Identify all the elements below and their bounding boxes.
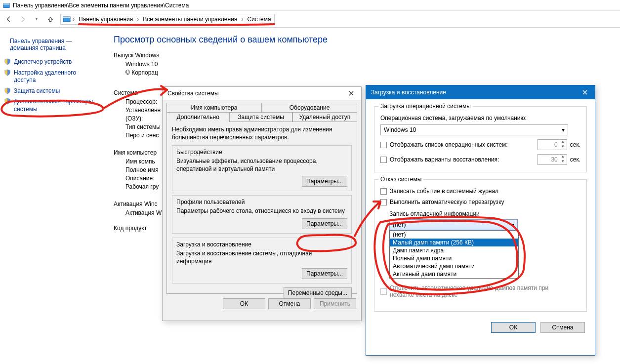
window-title-text: Панель управления\Все элементы панели уп… — [13, 2, 189, 9]
svg-rect-3 — [63, 17, 70, 18]
sidebar-item-label: Настройка удаленногодоступа — [14, 69, 76, 84]
spinner-buttons[interactable]: ▲▼ — [559, 139, 567, 150]
os-list-seconds-input[interactable] — [537, 139, 559, 150]
nav-up-button[interactable] — [44, 13, 56, 25]
cancel-button[interactable]: Отмена — [268, 298, 311, 309]
window-titlebar: Панель управления\Все элементы панели уп… — [0, 0, 620, 11]
spinner-buttons[interactable]: ▲▼ — [559, 154, 567, 165]
write-event-log-checkbox[interactable] — [380, 188, 387, 195]
combo-option-active-dump[interactable]: Активный дамп памяти — [390, 270, 518, 278]
combo-option-small-dump[interactable]: Малый дамп памяти (256 КВ) — [390, 239, 518, 246]
sidebar-system-protection[interactable]: Защита системы — [4, 87, 102, 95]
debug-info-label: Запись отладочной информации — [389, 210, 580, 217]
sidebar-item-label: Дополнительные параметрысистемы — [14, 98, 93, 113]
user-profiles-group: Профили пользователей Параметры рабочего… — [172, 195, 352, 234]
sidebar-advanced-system-settings[interactable]: Дополнительные параметрысистемы — [4, 98, 102, 113]
group-title: Быстродействие — [176, 149, 347, 156]
breadcrumb: › Панель управления › Все элементы панел… — [60, 14, 275, 25]
page-title: Просмотр основных сведений о вашем компь… — [114, 35, 610, 45]
display-os-list-label: Отображать список операционных систем: — [390, 141, 508, 148]
seconds-unit: сек. — [570, 156, 580, 163]
section-windows-edition: Выпуск Windows — [114, 52, 610, 59]
recovery-seconds-input[interactable] — [537, 154, 559, 165]
dialog-titlebar[interactable]: Загрузка и восстановление — [366, 85, 595, 99]
startup-recovery-settings-button[interactable]: Параметры... — [302, 268, 347, 279]
auto-restart-checkbox[interactable] — [380, 199, 387, 205]
tab-advanced[interactable]: Дополнительно — [166, 112, 229, 122]
write-event-log-label: Записать событие в системный журнал — [390, 188, 498, 195]
combo-option-auto-dump[interactable]: Автоматический дамп памяти — [390, 262, 518, 270]
cancel-button[interactable]: Отмена — [540, 322, 585, 333]
breadcrumb-all-items[interactable]: Все элементы панели управления — [140, 14, 240, 24]
dialog-title-text: Загрузка и восстановление — [371, 89, 446, 96]
tab-content: Необходимо иметь права администратора дл… — [166, 121, 357, 294]
system-failure-group: Отказ системы Записать событие в системн… — [374, 179, 587, 312]
sidebar-home-line1: Панель управления — — [10, 38, 72, 44]
nav-forward-button[interactable] — [17, 13, 29, 25]
nav-recent-button[interactable]: ▾ — [31, 13, 42, 25]
dialog-close-button[interactable] — [341, 87, 361, 100]
sidebar-item-label: Диспетчер устройств — [14, 58, 72, 66]
chevron-right-icon: › — [136, 16, 140, 23]
dialog-title-text: Свойства системы — [167, 90, 219, 97]
shield-icon — [4, 98, 11, 105]
shield-icon — [4, 69, 11, 76]
dialog-close-button[interactable] — [575, 86, 595, 99]
chevron-right-icon[interactable]: › — [72, 16, 76, 23]
control-panel-icon — [3, 2, 10, 9]
group-title: Профили пользователей — [176, 199, 347, 205]
sidebar: Панель управления — домашняя страница Ди… — [0, 28, 106, 117]
debug-info-combobox[interactable]: (нет) ▾ (нет) Малый дамп памяти (256 КВ)… — [389, 219, 518, 230]
chevron-down-icon: ▾ — [559, 126, 568, 133]
control-panel-home-link[interactable]: Панель управления — домашняя страница — [10, 38, 102, 51]
performance-group: Быстродействие Визуальные эффекты, испол… — [172, 145, 352, 191]
sidebar-device-manager[interactable]: Диспетчер устройств — [4, 58, 102, 66]
shield-icon — [4, 87, 11, 94]
admin-note: Необходимо иметь права администратора дл… — [172, 126, 352, 141]
combo-option-kernel-dump[interactable]: Дамп памяти ядра — [390, 246, 518, 254]
ok-button[interactable]: ОК — [491, 322, 536, 333]
debug-info-dropdown-list: (нет) Малый дамп памяти (256 КВ) Дамп па… — [389, 230, 519, 279]
display-recovery-options-checkbox[interactable] — [380, 157, 387, 163]
chevron-down-icon: ▾ — [508, 221, 517, 228]
breadcrumb-system[interactable]: Система — [244, 14, 274, 24]
user-profiles-settings-button[interactable]: Параметры... — [302, 218, 347, 229]
dialog-titlebar[interactable]: Свойства системы — [163, 87, 361, 100]
seconds-unit: сек. — [570, 141, 580, 148]
display-os-list-checkbox[interactable] — [380, 142, 387, 148]
group-text: Визуальные эффекты, использование процес… — [176, 158, 347, 173]
disable-auto-delete-dumps-checkbox[interactable] — [380, 288, 387, 295]
sidebar-remote-settings[interactable]: Настройка удаленногодоступа — [4, 69, 102, 84]
shield-icon — [4, 58, 11, 65]
group-text: Загрузка и восстановление системы, отлад… — [176, 250, 347, 265]
nav-back-button[interactable] — [3, 13, 15, 25]
breadcrumb-control-panel[interactable]: Панель управления — [76, 14, 136, 24]
combo-option-full-dump[interactable]: Полный дамп памяти — [390, 254, 518, 262]
group-title: Отказ системы — [378, 176, 423, 183]
address-bar: ▾ › Панель управления › Все элементы пан… — [0, 11, 620, 28]
group-title: Загрузка операционной системы — [378, 103, 473, 110]
svg-rect-1 — [3, 3, 9, 4]
tab-computer-name[interactable]: Имя компьютера — [166, 103, 262, 112]
default-os-select[interactable]: Windows 10 ▾ — [380, 124, 568, 135]
combo-option-none[interactable]: (нет) — [390, 231, 518, 239]
tab-system-protection[interactable]: Защита системы — [229, 112, 292, 121]
environment-variables-button[interactable]: Переменные среды... — [284, 287, 352, 298]
control-panel-icon — [62, 15, 72, 23]
ok-button[interactable]: ОК — [223, 298, 265, 309]
debug-info-value: (нет) — [393, 221, 406, 228]
auto-restart-label: Выполнить автоматическую перезагрузку — [390, 199, 504, 205]
tab-hardware[interactable]: Оборудование — [262, 103, 357, 112]
system-properties-dialog: Свойства системы Имя компьютера Оборудов… — [162, 86, 362, 321]
startup-recovery-group: Загрузка и восстановление Загрузка и вос… — [172, 238, 352, 283]
default-os-label: Операционная система, загружаемая по умо… — [380, 115, 580, 121]
apply-button[interactable]: Применить — [314, 298, 356, 309]
windows-copyright: © Корпорац — [125, 69, 610, 76]
performance-settings-button[interactable]: Параметры... — [302, 176, 347, 187]
tab-remote-access[interactable]: Удаленный доступ — [292, 112, 357, 121]
sidebar-home-line2: домашняя страница — [10, 44, 66, 51]
disable-auto-delete-dumps-label: Отключить автоматическое удаление дампов… — [390, 284, 558, 298]
sidebar-item-label: Защита системы — [14, 87, 60, 95]
system-startup-group: Загрузка операционной системы Операционн… — [374, 106, 587, 172]
dialog-button-row: ОК Отмена — [366, 317, 595, 338]
